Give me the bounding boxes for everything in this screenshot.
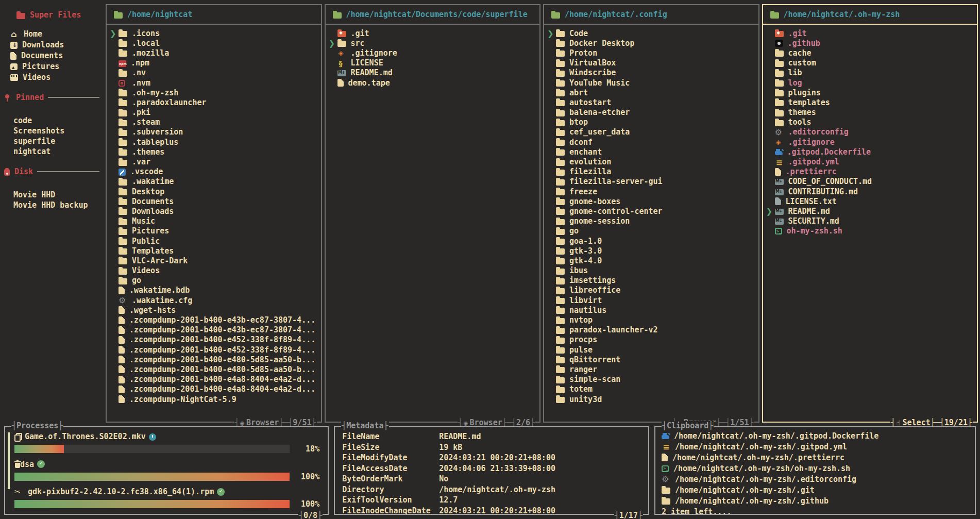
file-row[interactable]: .npm — [110, 58, 318, 68]
file-row[interactable]: gtk-3.0 — [547, 246, 755, 256]
file-row[interactable]: .wget-hsts — [110, 305, 318, 315]
file-row[interactable]: LICENSE.txt — [766, 196, 974, 206]
file-row[interactable]: .zcompdump-2001-b400-e43b-ec87-3807-4... — [110, 315, 318, 325]
file-row[interactable]: log — [766, 78, 974, 88]
pinned-item-nightcat[interactable]: nightcat — [13, 146, 100, 157]
file-row[interactable]: libvirt — [547, 295, 755, 305]
file-row[interactable]: README.md — [329, 68, 537, 78]
file-row[interactable]: demo.tape — [329, 78, 537, 88]
sidebar-item-home[interactable]: Home — [10, 29, 100, 39]
file-row[interactable]: gtk-4.0 — [547, 256, 755, 265]
file-row[interactable]: templates — [766, 97, 974, 107]
file-row[interactable]: qBittorrent — [547, 355, 755, 364]
file-row[interactable]: .github — [766, 38, 974, 48]
file-row[interactable]: .zcompdump-2001-b400-e4a8-8404-e4a2-d... — [110, 375, 318, 384]
file-row[interactable]: LICENSE — [329, 58, 537, 68]
file-row[interactable]: .pki — [110, 108, 318, 118]
file-row[interactable]: tools — [766, 118, 974, 127]
file-row[interactable]: .zcompdump-2001-b400-e480-5d85-aa50-b... — [110, 355, 318, 364]
file-row[interactable]: Docker Desktop — [547, 38, 755, 48]
file-row[interactable]: filezilla-server-gui — [547, 177, 755, 187]
file-row[interactable]: ranger — [547, 364, 755, 374]
file-row[interactable]: CONTRIBUTING.md — [766, 187, 974, 196]
file-row[interactable]: libreoffice — [547, 286, 755, 295]
file-row[interactable]: .git — [766, 28, 974, 38]
file-row[interactable]: Proton — [547, 48, 755, 58]
file-row[interactable]: unity3d — [547, 394, 755, 404]
file-row[interactable]: ❯src — [329, 38, 537, 48]
file-row[interactable]: YouTube Music — [547, 78, 755, 88]
file-row[interactable]: .gitpod.Dockerfile — [766, 147, 974, 157]
sidebar-item-downloads[interactable]: Downloads — [10, 40, 100, 50]
file-row[interactable]: nvtop — [547, 315, 755, 325]
file-row[interactable]: .zcompdump-NightCat-5.9 — [110, 394, 318, 404]
file-row[interactable]: Windscribe — [547, 68, 755, 78]
file-row[interactable]: ❯Code — [547, 28, 755, 38]
file-row[interactable]: .var — [110, 157, 318, 166]
file-row[interactable]: themes — [766, 108, 974, 118]
file-row[interactable]: Music — [110, 216, 318, 226]
file-row[interactable]: cache — [766, 48, 974, 58]
file-row[interactable]: .git — [329, 28, 537, 38]
pinned-item-code[interactable]: code — [13, 115, 100, 126]
file-row[interactable]: Pictures — [110, 226, 318, 236]
file-row[interactable]: .gitignore — [329, 48, 537, 58]
file-row[interactable]: paradox-launcher-v2 — [547, 325, 755, 335]
file-row[interactable]: .paradoxlauncher — [110, 97, 318, 107]
file-row[interactable]: Downloads — [110, 206, 318, 216]
file-row[interactable]: plugins — [766, 88, 974, 97]
file-row[interactable]: procps — [547, 335, 755, 345]
file-row[interactable]: .gitignore — [766, 137, 974, 147]
file-row[interactable]: .zcompdump-2001-b400-e43b-ec87-3807-4... — [110, 325, 318, 335]
file-row[interactable]: Documents — [110, 196, 318, 206]
file-row[interactable]: .vscode — [110, 167, 318, 177]
file-row[interactable]: CODE_OF_CONDUCT.md — [766, 177, 974, 187]
file-row[interactable]: .wakatime — [110, 177, 318, 187]
file-row[interactable]: btop — [547, 118, 755, 127]
sidebar-item-pictures[interactable]: Pictures — [10, 61, 100, 72]
file-row[interactable]: .nv — [110, 68, 318, 78]
file-row[interactable]: gnome-session — [547, 216, 755, 226]
file-row[interactable]: nautilus — [547, 305, 755, 315]
file-row[interactable]: .oh-my-zsh — [110, 88, 318, 97]
file-row[interactable]: Desktop — [110, 187, 318, 196]
file-row[interactable]: .gitpod.yml — [766, 157, 974, 166]
file-row[interactable]: ❯.icons — [110, 28, 318, 38]
file-row[interactable]: .editorconfig — [766, 127, 974, 137]
file-row[interactable]: .local — [110, 38, 318, 48]
file-row[interactable]: .prettierrc — [766, 167, 974, 177]
file-row[interactable]: VLC-Arc-Dark — [110, 256, 318, 265]
disk-item[interactable]: Movie HHD backup — [13, 200, 100, 210]
file-row[interactable]: Public — [110, 236, 318, 246]
file-row[interactable]: dconf — [547, 137, 755, 147]
file-row[interactable]: .wakatime.cfg — [110, 295, 318, 305]
file-row[interactable]: .zcompdump-2001-b400-e4a8-8404-e4a2-d... — [110, 384, 318, 394]
file-row[interactable]: freeze — [547, 187, 755, 196]
file-row[interactable]: cef_user_data — [547, 127, 755, 137]
file-row[interactable]: balena-etcher — [547, 108, 755, 118]
file-row[interactable]: goa-1.0 — [547, 236, 755, 246]
file-row[interactable]: SECURITY.md — [766, 216, 974, 226]
file-row[interactable]: .nvm — [110, 78, 318, 88]
file-row[interactable]: lib — [766, 68, 974, 78]
sidebar-item-documents[interactable]: Documents — [10, 51, 100, 61]
file-row[interactable]: ❯README.md — [766, 206, 974, 216]
file-row[interactable]: .zcompdump-2001-b400-e452-338f-8f89-4... — [110, 345, 318, 355]
file-row[interactable]: filezilla — [547, 167, 755, 177]
file-row[interactable]: gnome-control-center — [547, 206, 755, 216]
file-row[interactable]: VirtualBox — [547, 58, 755, 68]
file-row[interactable]: .zcompdump-2001-b400-e452-338f-8f89-4... — [110, 335, 318, 345]
file-row[interactable]: enchant — [547, 147, 755, 157]
pinned-item-superfile[interactable]: superfile — [13, 136, 100, 146]
file-row[interactable]: go — [547, 226, 755, 236]
file-row[interactable]: evolution — [547, 157, 755, 166]
file-row[interactable]: .subversion — [110, 127, 318, 137]
file-row[interactable]: .tableplus — [110, 137, 318, 147]
file-row[interactable]: oh-my-zsh.sh — [766, 226, 974, 236]
file-row[interactable]: .themes — [110, 147, 318, 157]
file-row[interactable]: ibus — [547, 266, 755, 276]
file-row[interactable]: .wakatime.bdb — [110, 286, 318, 295]
sidebar-item-videos[interactable]: Videos — [10, 72, 100, 82]
file-row[interactable]: custom — [766, 58, 974, 68]
file-row[interactable]: simple-scan — [547, 375, 755, 384]
